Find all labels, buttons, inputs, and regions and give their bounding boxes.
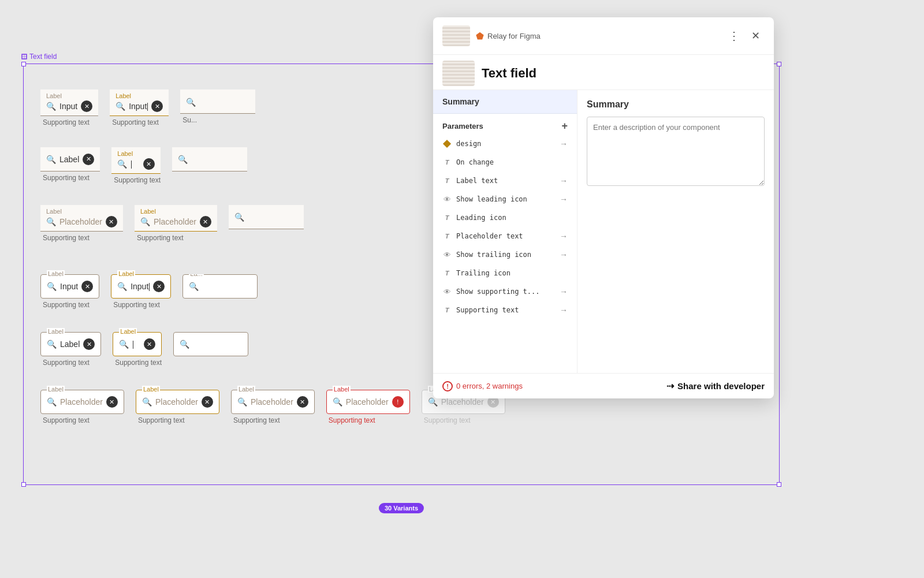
clear-button[interactable]: ✕ (106, 396, 118, 408)
tf-label-filled: Label (116, 93, 163, 99)
clear-button[interactable]: ✕ (83, 154, 94, 165)
params-add-button[interactable]: + (561, 121, 568, 131)
tf-field[interactable]: 🔍 (172, 147, 247, 171)
panel-menu-button[interactable]: ⋮ (724, 27, 744, 45)
relay-label: Relay for Figma (487, 32, 541, 40)
panel-body: Summary Parameters + design → T On ch (433, 90, 774, 373)
tf-field[interactable]: 🔍 Label ✕ (40, 147, 100, 171)
panel-footer: ! 0 errors, 2 warnings ⇢ Share with deve… (433, 373, 774, 398)
clear-button[interactable]: ✕ (106, 216, 117, 228)
tf-field[interactable]: Label 🔍 Input ✕ (111, 274, 171, 299)
tf-field[interactable]: 🔍 (173, 332, 248, 356)
tf-component: 🔍 (172, 147, 247, 184)
text-icon: T (442, 213, 452, 222)
tf-value: Input (59, 102, 77, 111)
tf-field[interactable]: Label 🔍 Placeholder ✕ (231, 390, 315, 414)
param-item-onchange[interactable]: T On change (433, 153, 577, 171)
tf-field[interactable]: 🔍 (229, 205, 304, 229)
params-list: design → T On change T Label text → (433, 135, 577, 373)
tf-field[interactable]: Label 🔍 Input ✕ (40, 274, 99, 299)
tf-field[interactable]: Label 🔍 Input ✕ (40, 90, 98, 116)
param-name: Placeholder text (456, 232, 555, 240)
tf-field[interactable]: Label 🔍 Placeholder ✕ (136, 390, 219, 414)
corner-handle-bl[interactable] (21, 482, 26, 487)
tab-summary[interactable]: Summary (433, 90, 577, 114)
clear-button[interactable]: ✕ (151, 100, 163, 112)
clear-button[interactable]: ✕ (297, 396, 308, 408)
tf-field[interactable]: Label 🔍 Placeholder ✕ (40, 205, 123, 232)
search-icon: 🔍 (142, 397, 152, 407)
params-title: Parameters (442, 122, 483, 130)
warning-icon: ! (442, 381, 453, 391)
tf-row-2: 🔍 Label ✕ Supporting text Label 🔍 ✕ Supp… (40, 147, 247, 184)
search-icon: 🔍 (116, 102, 125, 111)
param-item-showleadingicon[interactable]: 👁 Show leading icon → (433, 190, 577, 208)
panel-title-row: Text field (433, 55, 774, 90)
param-name: Show leading icon (456, 195, 555, 203)
param-arrow-icon: → (560, 176, 568, 185)
search-icon: 🔍 (119, 340, 129, 349)
tf-value: Placeholder (251, 397, 293, 407)
param-item-design[interactable]: design → (433, 135, 577, 153)
search-icon: 🔍 (180, 340, 189, 349)
clear-button[interactable]: ✕ (153, 281, 165, 292)
share-with-developer-button[interactable]: ⇢ Share with developer (666, 381, 765, 391)
canvas: Text field 30 Variants Label 🔍 Input ✕ S… (0, 0, 924, 578)
param-item-placeholdertext[interactable]: T Placeholder text → (433, 227, 577, 245)
clear-button[interactable]: ! (392, 396, 404, 408)
corner-handle-tr[interactable] (777, 62, 781, 66)
tf-value: Placeholder (154, 217, 196, 226)
tf-field[interactable]: Label 🔍 ✕ (111, 147, 161, 174)
search-icon: 🔍 (46, 155, 56, 164)
search-icon: 🔍 (117, 159, 127, 169)
param-arrow-icon: → (560, 139, 568, 148)
tf-field[interactable]: 🔍 (180, 90, 255, 114)
panel-thumbnail (442, 25, 470, 46)
clear-button[interactable]: ✕ (83, 338, 95, 350)
text-icon: T (442, 158, 452, 167)
clear-button[interactable]: ✕ (202, 396, 213, 408)
clear-button[interactable]: ✕ (81, 100, 92, 112)
tf-field[interactable]: Label 🔍 Placeholder ✕ (40, 390, 124, 414)
eye-icon: 👁 (442, 287, 452, 296)
supporting-text: Supporting text (111, 176, 161, 184)
param-arrow-icon: → (560, 305, 568, 315)
tf-row-1: Label 🔍 Input ✕ Supporting text Label 🔍 … (40, 90, 255, 126)
param-item-showtrailingicon[interactable]: 👁 Show trailing icon → (433, 245, 577, 264)
tf-field[interactable]: Label 🔍 Label ✕ (40, 332, 101, 356)
description-textarea[interactable] (587, 117, 765, 186)
corner-handle-tl[interactable] (21, 62, 26, 66)
tf-component: Label 🔍 Placeholder ✕ Supporting text (136, 390, 219, 424)
tf-field[interactable]: Label 🔍 Placeholder ! (326, 390, 410, 414)
param-name: Show supporting t... (456, 288, 555, 296)
panel-close-button[interactable]: ✕ (747, 27, 765, 44)
clear-button[interactable]: ✕ (200, 216, 211, 228)
tf-field[interactable]: Label 🔍 ✕ (113, 332, 162, 356)
relay-panel: ⬟ Relay for Figma ⋮ ✕ Text field Summary (433, 17, 774, 398)
supporting-text: Supporting text (40, 359, 101, 367)
tf-label: Label (333, 386, 351, 393)
diamond-icon (442, 139, 452, 148)
tf-value: Placeholder (441, 397, 484, 407)
param-item-showsupporting[interactable]: 👁 Show supporting t... → (433, 282, 577, 301)
clear-button[interactable]: ✕ (81, 281, 93, 292)
corner-handle-br[interactable] (777, 482, 781, 487)
tf-field[interactable]: La... 🔍 (182, 274, 258, 299)
tf-component: Label 🔍 Placeholder ✕ Supporting text (231, 390, 315, 424)
param-name: Leading icon (456, 214, 568, 222)
supporting-text: Supporting text (422, 416, 505, 424)
param-item-supportingtext[interactable]: T Supporting text → (433, 301, 577, 319)
supporting-text: Supporting text (136, 416, 219, 424)
clear-button[interactable]: ✕ (144, 338, 155, 350)
param-item-leadingicon[interactable]: T Leading icon (433, 208, 577, 227)
tf-field[interactable]: Label 🔍 Input ✕ (110, 90, 169, 116)
search-icon: 🔍 (186, 98, 196, 107)
clear-button[interactable]: ✕ (143, 158, 155, 170)
panel-header: ⬟ Relay for Figma ⋮ ✕ (433, 17, 774, 55)
param-item-labeltext[interactable]: T Label text → (433, 171, 577, 190)
panel-title: Text field (482, 66, 536, 81)
param-item-trailingicon[interactable]: T Trailing icon (433, 264, 577, 282)
tf-value: Input (129, 102, 148, 111)
tf-field[interactable]: Label 🔍 Placeholder ✕ (135, 205, 217, 232)
panel-right-title: Summary (587, 99, 765, 110)
